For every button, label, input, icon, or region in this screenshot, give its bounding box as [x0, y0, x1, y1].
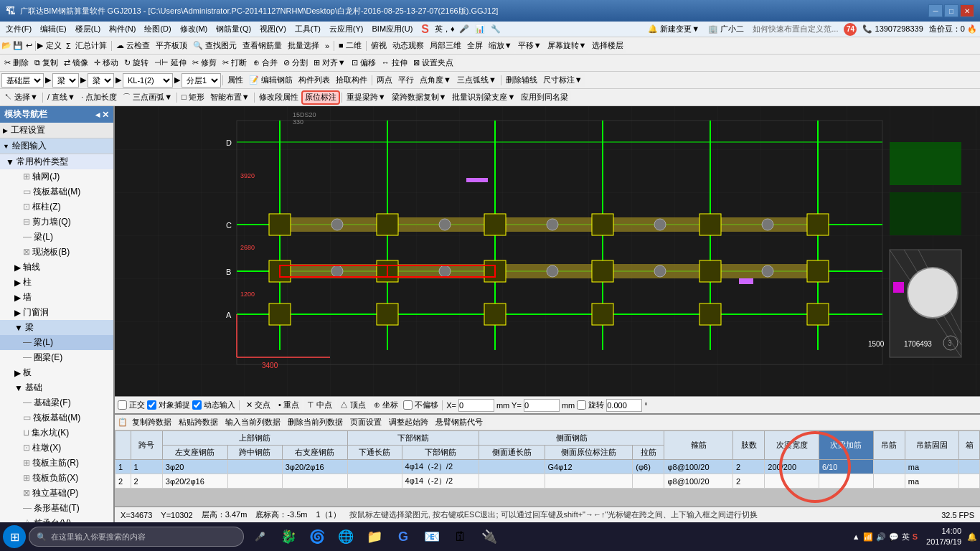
offset-btn[interactable]: ⊡ 偏移: [349, 56, 379, 70]
line-btn[interactable]: / 直线▼: [44, 90, 78, 105]
top-point-btn[interactable]: △ 顶点: [337, 398, 369, 413]
nav-beam-section[interactable]: ▼ 梁: [0, 320, 113, 335]
nav-slab[interactable]: ▶ 板: [0, 365, 113, 380]
find-elem-btn[interactable]: 🔍 查找图元: [190, 39, 240, 53]
nav-shear-wall[interactable]: ⊟ 剪力墙(Q): [0, 215, 113, 230]
nav-frame-column[interactable]: ⊡ 框柱(Z): [0, 199, 113, 215]
taskbar-icon-2[interactable]: 🌀: [304, 524, 330, 550]
nav-beam-L[interactable]: — 梁(L): [0, 335, 113, 350]
element-list-btn[interactable]: 构件列表: [296, 73, 333, 88]
cell-2-legs[interactable]: 2: [733, 474, 765, 489]
drawing-canvas[interactable]: 3400 A B C D 1200 2680 3920: [115, 106, 980, 413]
nav-raft2[interactable]: ▭ 筏板基础(M): [0, 410, 113, 425]
cell-1-right-support[interactable]: 3φ20/2φ16: [282, 460, 347, 474]
rotate-btn[interactable]: ↻ 旋转: [121, 56, 151, 70]
cell-2-hanger-solid[interactable]: ma: [905, 474, 959, 489]
cell-1-mid[interactable]: [228, 460, 283, 474]
edit-steel-btn[interactable]: 📝 编辑钢筋: [246, 73, 296, 88]
nav-sump[interactable]: ⊔ 集水坑(K): [0, 425, 113, 441]
menu-modify[interactable]: 修改(M): [177, 22, 211, 37]
rect-btn[interactable]: □ 矩形: [179, 90, 207, 105]
cross-point-btn[interactable]: ✕ 交点: [243, 398, 273, 413]
floor-select[interactable]: 分层1: [182, 73, 221, 88]
nav-beam-common[interactable]: — 梁(L): [0, 230, 113, 245]
two-point-btn[interactable]: 两点: [374, 73, 395, 88]
break-btn[interactable]: ✂ 打断: [220, 56, 250, 70]
cell-1-hanger[interactable]: [873, 460, 905, 474]
cell-1-tie[interactable]: (φ6): [633, 460, 664, 474]
del-aux-btn[interactable]: 删除辅线: [503, 73, 540, 88]
nav-col-cap[interactable]: ⊡ 柱墩(X): [0, 441, 113, 456]
cell-1-side-through[interactable]: [479, 460, 545, 474]
merge-btn[interactable]: ⊕ 合并: [250, 56, 281, 70]
cloud-check-btn[interactable]: ☁ 云检查: [113, 39, 153, 53]
notification-badge[interactable]: 74: [844, 23, 857, 36]
trim-btn[interactable]: ✂ 修剪: [189, 56, 220, 70]
menu-draw[interactable]: 绘图(D): [141, 22, 174, 37]
dynamic-input-cb[interactable]: [192, 400, 202, 410]
set-grip-btn[interactable]: ⊠ 设置夹点: [410, 56, 456, 70]
cell-1-extra[interactable]: [959, 460, 980, 474]
nav-controls[interactable]: ◂ ✕: [95, 110, 109, 120]
nav-raft-main-steel[interactable]: ⊞ 筏板主筋(R): [0, 456, 113, 471]
view-steel-btn[interactable]: 查看钢筋量: [240, 39, 285, 53]
batch-id-support-btn[interactable]: 批量识别梁支座▼: [449, 90, 518, 105]
three-arc-btn[interactable]: 三点弧线▼: [454, 73, 499, 88]
select-floor-btn[interactable]: 选择楼层: [589, 39, 626, 53]
nav-drawing-input[interactable]: ▼ 绘图输入: [0, 138, 113, 154]
taskbar-icon-4[interactable]: 🗓: [448, 524, 473, 550]
dynamic-view-btn[interactable]: 动态观察: [390, 39, 427, 53]
taskbar-icon-1[interactable]: 🐉: [275, 524, 301, 550]
cell-2-bot-steel[interactable]: 4φ14（-2）/2: [402, 474, 479, 489]
modify-seg-btn[interactable]: 修改段属性: [256, 90, 301, 105]
cell-2-beam-add[interactable]: [819, 474, 873, 489]
cell-2-extra[interactable]: [959, 474, 980, 489]
menu-element[interactable]: 构件(N): [106, 22, 138, 37]
parallel-btn[interactable]: 平行: [395, 73, 417, 88]
nav-engineering-setup[interactable]: ▶ 工程设置: [0, 123, 113, 138]
nav-cast-slab[interactable]: ⊠ 现浇板(B): [0, 245, 113, 260]
nav-ring-beam[interactable]: — 圈梁(E): [0, 350, 113, 365]
cell-2-right-support[interactable]: [282, 474, 347, 489]
copy-btn[interactable]: ⧉ 复制: [32, 56, 61, 70]
page-setup-btn[interactable]: 页面设置: [347, 415, 385, 430]
nav-door-window[interactable]: ▶ 门窗洞: [0, 305, 113, 320]
tray-lang[interactable]: 英: [902, 532, 910, 542]
menu-layer[interactable]: 楼层(L): [72, 22, 103, 37]
menu-view[interactable]: 视图(V): [257, 22, 289, 37]
cell-1-hanger-solid[interactable]: ma: [905, 460, 959, 474]
menu-cloud[interactable]: 云应用(Y): [326, 22, 367, 37]
smart-layout-btn[interactable]: 智能布置▼: [207, 90, 253, 105]
nav-strip-found[interactable]: — 条形基础(T): [0, 501, 113, 516]
beam-id-select[interactable]: KL-1(2): [123, 73, 173, 88]
nav-axis-line[interactable]: ▶ 轴线: [0, 260, 113, 275]
move-btn[interactable]: ✛ 移动: [91, 56, 121, 70]
sum-calc-btn[interactable]: 汇总计算: [72, 39, 110, 53]
cell-1-beam-width[interactable]: 200/200: [765, 460, 819, 474]
taskbar-microphone[interactable]: 🎤: [247, 524, 273, 550]
cell-1-beam-add[interactable]: 6/10: [819, 460, 873, 474]
level-board-btn[interactable]: 平齐板顶: [153, 39, 190, 53]
table-row-1[interactable]: 1 1 3φ20 3φ20/2φ16 4φ14（-2）/2 G4φ12: [116, 460, 980, 474]
local-3d-btn[interactable]: 局部三维: [427, 39, 464, 53]
cell-1-bot-steel[interactable]: 4φ14（-2）/2: [402, 460, 479, 474]
center-point-btn[interactable]: • 重点: [275, 398, 302, 413]
point-angle-btn[interactable]: 点角度▼: [417, 73, 454, 88]
2d-btn[interactable]: ■ 二维: [336, 39, 364, 53]
point-len-btn[interactable]: · 点加长度: [78, 90, 120, 105]
nav-foundation[interactable]: ▼ 基础: [0, 380, 113, 395]
menu-steel-qty[interactable]: 钢筋量(Q): [213, 22, 254, 37]
rotate-input[interactable]: [606, 399, 642, 412]
tray-notification[interactable]: 🔔: [967, 532, 977, 542]
define-btn[interactable]: 定义: [43, 39, 65, 53]
x-input[interactable]: [458, 399, 494, 412]
menu-edit[interactable]: 编辑(E): [37, 22, 70, 37]
pick-element-btn[interactable]: 拾取构件: [333, 73, 370, 88]
nav-raft-foundation[interactable]: ▭ 筏板基础(M): [0, 184, 113, 199]
mid-point-btn[interactable]: ⊤ 中点: [304, 398, 335, 413]
del-col-data-btn[interactable]: 删除当前列数据: [285, 415, 346, 430]
input-col-data-btn[interactable]: 输入当前列数据: [222, 415, 283, 430]
nav-foundation-beam[interactable]: — 基础梁(F): [0, 395, 113, 410]
top-view-btn[interactable]: 俯视: [368, 39, 390, 53]
coord-point-btn[interactable]: ⊕ 坐标: [371, 398, 401, 413]
